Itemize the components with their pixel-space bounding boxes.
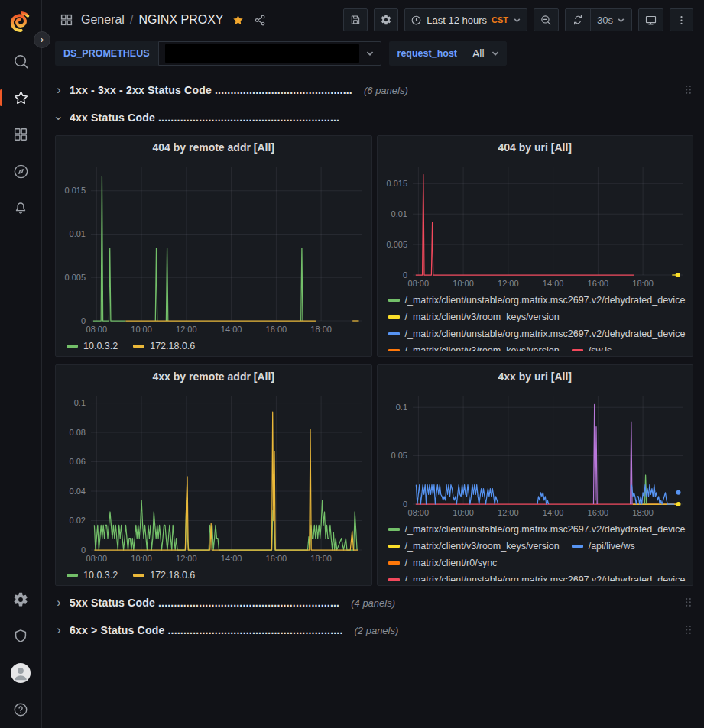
panel-title[interactable]: 404 by uri [All] [378,136,693,159]
legend-label: /_matrix/client/unstable/org.matrix.msc2… [405,574,686,581]
time-range-picker[interactable]: Last 12 hours CST [404,8,527,31]
panel-legend: /_matrix/client/unstable/org.matrix.msc2… [378,519,693,581]
panel-title[interactable]: 404 by remote addr [All] [56,136,371,159]
sidebar-item-starred[interactable] [0,79,42,116]
variable-datasource: DS_PROMETHEUS [55,41,381,66]
legend-item[interactable]: /_matrix/client/unstable/org.matrix.msc2… [388,571,686,581]
variable-label-datasource: DS_PROMETHEUS [55,41,158,66]
sidebar-item-configuration[interactable] [0,581,42,618]
row-title: 6xx > Status Code ......................… [70,624,343,636]
favorite-star-icon[interactable] [232,14,245,27]
legend-item[interactable]: /_matrix/client/unstable/org.matrix.msc2… [388,292,686,309]
row-5xx[interactable]: › 5xx Status Code ......................… [55,592,693,613]
row-1xx-3xx-2xx[interactable]: › 1xx - 3xx - 2xx Status Code ..........… [55,79,693,101]
panel-404-by-uri: 404 by uri [All] 08:0010:0012:0014:0016:… [377,135,694,357]
legend-swatch [388,332,400,335]
refresh-interval-label: 30s [597,15,613,26]
gear-icon [12,591,29,608]
chart-canvas[interactable]: 08:0010:0012:0014:0016:0018:0000.050.1 [378,388,693,519]
svg-text:18:00: 18:00 [632,279,654,288]
svg-text:18:00: 18:00 [310,325,332,334]
zoom-out-time-button[interactable] [534,8,559,31]
legend-swatch [388,578,400,581]
legend-label: /api/live/ws [589,541,635,552]
legend-item[interactable]: /sw.js [572,342,612,351]
svg-text:18:00: 18:00 [310,554,332,563]
row-drag-handle[interactable] [685,85,693,96]
datasource-select[interactable] [158,41,381,66]
legend-item[interactable]: /_matrix/client/v3/room_keys/version [388,342,560,351]
refresh-button-group: 30s [565,8,632,31]
svg-text:0.04: 0.04 [70,487,86,496]
legend-item[interactable]: /_matrix/client/unstable/org.matrix.msc2… [388,521,686,538]
chart-area[interactable]: 08:0010:0012:0014:0016:0018:0000.0050.01… [378,159,693,290]
row-title: 4xx Status Code ........................… [70,112,339,124]
dashboard-title[interactable]: NGINX PROXY [138,13,223,27]
dashboard-settings-button[interactable] [374,8,398,31]
refresh-interval-dropdown[interactable]: 30s [590,9,631,31]
chevron-right-icon: › [55,623,63,637]
avatar [11,663,31,683]
panel-title[interactable]: 4xx by uri [All] [378,365,693,388]
breadcrumb: General / NGINX PROXY [81,13,224,27]
chevron-down-icon: › [52,115,66,122]
breadcrumb-folder[interactable]: General [81,13,125,27]
request-host-select[interactable]: All [466,41,507,66]
gear-icon [380,14,392,26]
chart-area[interactable]: 08:0010:0012:0014:0016:0018:0000.020.040… [56,388,371,565]
legend-item[interactable]: 10.0.3.2 [67,567,118,584]
row-panel-count: (6 panels) [364,85,408,96]
svg-text:0.05: 0.05 [391,451,407,460]
tv-mode-button[interactable] [638,8,663,31]
row-6xx[interactable]: › 6xx > Status Code ....................… [55,620,693,641]
legend-swatch [133,345,144,348]
legend-swatch [67,345,78,348]
row-4xx[interactable]: › 4xx Status Code ......................… [55,107,693,128]
sidebar-expand-button[interactable]: › [34,31,50,48]
sidebar-item-search[interactable] [0,43,42,79]
time-range-label: Last 12 hours [427,15,487,26]
share-icon[interactable] [254,14,267,27]
chevron-down-icon [617,16,625,24]
svg-text:0.005: 0.005 [386,240,407,249]
chart-area[interactable]: 08:0010:0012:0014:0016:0018:0000.050.1 [378,388,693,519]
kebab-menu-button[interactable] [670,8,693,31]
panel-title[interactable]: 4xx by remote addr [All] [56,365,371,388]
legend-item[interactable]: /_matrix/client/r0/sync [388,555,498,571]
sidebar-item-dashboards[interactable] [0,116,42,153]
apps-grid-icon[interactable] [60,13,73,27]
sidebar-item-help[interactable] [0,691,42,728]
legend-label: 172.18.0.6 [150,570,195,581]
svg-text:10:00: 10:00 [131,554,152,563]
legend-item[interactable]: 172.18.0.6 [133,567,195,584]
refresh-button[interactable] [566,9,590,31]
sidebar-item-explore[interactable] [0,153,42,189]
kebab-menu-icon [676,15,687,26]
row-drag-handle[interactable] [685,625,693,636]
legend-label: /_matrix/client/r0/sync [405,558,498,568]
row-panel-count: (2 panels) [355,625,399,636]
sidebar-item-server-admin[interactable] [0,618,42,655]
legend-swatch [133,574,144,577]
save-dashboard-button[interactable] [343,8,368,31]
help-icon [12,701,29,718]
svg-text:10:00: 10:00 [131,325,152,334]
legend-label: 172.18.0.6 [150,341,195,351]
chart-canvas[interactable]: 08:0010:0012:0014:0016:0018:0000.0050.01… [378,159,693,290]
legend-item[interactable]: /_matrix/client/v3/room_keys/version [388,538,560,555]
legend-item[interactable]: /_matrix/client/v3/room_keys/version [388,309,560,325]
svg-text:0: 0 [402,270,407,280]
row-drag-handle[interactable] [685,597,693,609]
sidebar [0,0,42,728]
chart-canvas[interactable]: 08:0010:0012:0014:0016:0018:0000.020.040… [56,388,371,565]
legend-item[interactable]: /_matrix/client/unstable/org.matrix.msc2… [388,325,686,342]
chart-canvas[interactable]: 08:0010:0012:0014:0016:0018:0000.0050.01… [56,159,371,336]
chart-area[interactable]: 08:0010:0012:0014:0016:0018:0000.0050.01… [56,159,371,336]
legend-swatch [388,545,400,548]
legend-item[interactable]: 172.18.0.6 [133,338,195,354]
legend-item[interactable]: /api/live/ws [572,538,635,555]
sidebar-item-profile[interactable] [0,655,42,691]
sidebar-item-alerting[interactable] [0,189,42,226]
legend-item[interactable]: 10.0.3.2 [67,338,118,354]
row-title: 5xx Status Code ........................… [70,597,339,609]
